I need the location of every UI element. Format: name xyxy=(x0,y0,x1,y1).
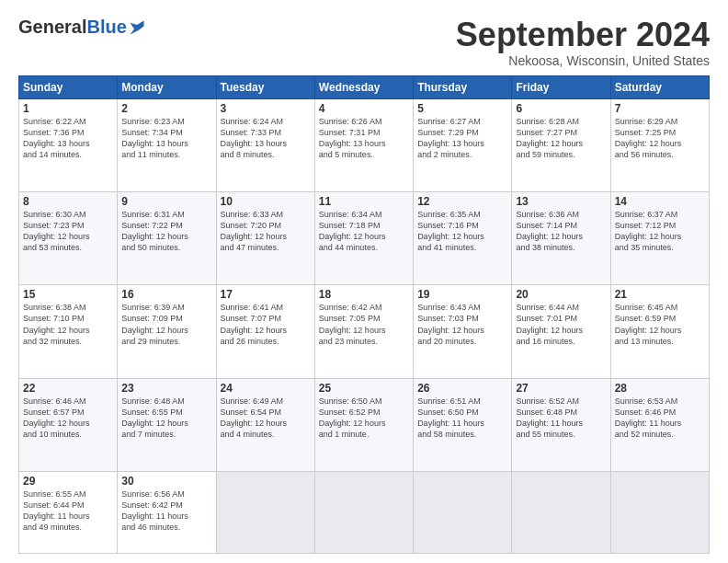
calendar-cell xyxy=(414,471,512,553)
calendar-cell: 11Sunrise: 6:34 AM Sunset: 7:18 PM Dayli… xyxy=(314,191,413,284)
calendar-cell: 1Sunrise: 6:22 AM Sunset: 7:36 PM Daylig… xyxy=(19,98,118,191)
calendar-cell xyxy=(216,471,314,553)
day-info: Sunrise: 6:48 AM Sunset: 6:55 PM Dayligh… xyxy=(121,396,211,441)
day-info: Sunrise: 6:23 AM Sunset: 7:34 PM Dayligh… xyxy=(121,116,211,161)
day-number: 20 xyxy=(516,288,606,301)
day-info: Sunrise: 6:27 AM Sunset: 7:29 PM Dayligh… xyxy=(417,116,507,161)
day-number: 1 xyxy=(23,102,113,115)
logo-general: GeneralBlue xyxy=(18,17,127,38)
day-number: 14 xyxy=(615,195,705,208)
calendar-table: SundayMondayTuesdayWednesdayThursdayFrid… xyxy=(18,75,710,554)
day-number: 23 xyxy=(121,382,211,395)
calendar-cell: 8Sunrise: 6:30 AM Sunset: 7:23 PM Daylig… xyxy=(19,191,118,284)
day-info: Sunrise: 6:55 AM Sunset: 6:44 PM Dayligh… xyxy=(23,488,113,534)
day-info: Sunrise: 6:38 AM Sunset: 7:10 PM Dayligh… xyxy=(23,302,113,347)
calendar-week-row: 22Sunrise: 6:46 AM Sunset: 6:57 PM Dayli… xyxy=(19,378,710,471)
day-info: Sunrise: 6:29 AM Sunset: 7:25 PM Dayligh… xyxy=(615,116,705,161)
col-header-saturday: Saturday xyxy=(610,75,709,98)
calendar-cell: 2Sunrise: 6:23 AM Sunset: 7:34 PM Daylig… xyxy=(118,98,216,191)
day-number: 18 xyxy=(319,288,409,301)
calendar-cell: 5Sunrise: 6:27 AM Sunset: 7:29 PM Daylig… xyxy=(414,98,512,191)
calendar-cell: 14Sunrise: 6:37 AM Sunset: 7:12 PM Dayli… xyxy=(610,191,709,284)
day-info: Sunrise: 6:51 AM Sunset: 6:50 PM Dayligh… xyxy=(417,396,507,441)
day-number: 9 xyxy=(121,195,211,208)
day-number: 16 xyxy=(121,288,211,301)
day-number: 28 xyxy=(615,382,705,395)
calendar-cell: 19Sunrise: 6:43 AM Sunset: 7:03 PM Dayli… xyxy=(414,285,512,378)
day-info: Sunrise: 6:46 AM Sunset: 6:57 PM Dayligh… xyxy=(23,396,113,441)
day-info: Sunrise: 6:31 AM Sunset: 7:22 PM Dayligh… xyxy=(121,209,211,254)
page: GeneralBlue September 2024 Nekoosa, Wisc… xyxy=(0,0,728,563)
day-info: Sunrise: 6:36 AM Sunset: 7:14 PM Dayligh… xyxy=(516,209,606,254)
day-info: Sunrise: 6:33 AM Sunset: 7:20 PM Dayligh… xyxy=(221,209,311,254)
calendar-cell: 12Sunrise: 6:35 AM Sunset: 7:16 PM Dayli… xyxy=(414,191,512,284)
day-number: 24 xyxy=(221,382,311,395)
calendar-cell: 22Sunrise: 6:46 AM Sunset: 6:57 PM Dayli… xyxy=(19,378,118,471)
day-number: 27 xyxy=(516,382,606,395)
calendar-cell: 10Sunrise: 6:33 AM Sunset: 7:20 PM Dayli… xyxy=(216,191,314,284)
day-info: Sunrise: 6:44 AM Sunset: 7:01 PM Dayligh… xyxy=(516,302,606,347)
day-info: Sunrise: 6:26 AM Sunset: 7:31 PM Dayligh… xyxy=(319,116,409,161)
day-number: 12 xyxy=(417,195,507,208)
calendar-cell: 28Sunrise: 6:53 AM Sunset: 6:46 PM Dayli… xyxy=(610,378,709,471)
calendar-cell: 15Sunrise: 6:38 AM Sunset: 7:10 PM Dayli… xyxy=(19,285,118,378)
calendar-cell: 29Sunrise: 6:55 AM Sunset: 6:44 PM Dayli… xyxy=(19,471,118,553)
day-info: Sunrise: 6:39 AM Sunset: 7:09 PM Dayligh… xyxy=(121,302,211,347)
day-info: Sunrise: 6:49 AM Sunset: 6:54 PM Dayligh… xyxy=(221,396,311,441)
col-header-sunday: Sunday xyxy=(19,75,118,98)
header: GeneralBlue September 2024 Nekoosa, Wisc… xyxy=(18,17,710,68)
calendar-week-row: 15Sunrise: 6:38 AM Sunset: 7:10 PM Dayli… xyxy=(19,285,710,378)
day-number: 29 xyxy=(23,475,113,488)
calendar-cell: 9Sunrise: 6:31 AM Sunset: 7:22 PM Daylig… xyxy=(118,191,216,284)
day-number: 4 xyxy=(319,102,409,115)
day-number: 26 xyxy=(417,382,507,395)
calendar-cell: 26Sunrise: 6:51 AM Sunset: 6:50 PM Dayli… xyxy=(414,378,512,471)
day-number: 5 xyxy=(417,102,507,115)
calendar-week-row: 29Sunrise: 6:55 AM Sunset: 6:44 PM Dayli… xyxy=(19,471,710,553)
day-info: Sunrise: 6:37 AM Sunset: 7:12 PM Dayligh… xyxy=(615,209,705,254)
day-info: Sunrise: 6:50 AM Sunset: 6:52 PM Dayligh… xyxy=(319,396,409,441)
day-info: Sunrise: 6:45 AM Sunset: 6:59 PM Dayligh… xyxy=(615,302,705,347)
day-info: Sunrise: 6:53 AM Sunset: 6:46 PM Dayligh… xyxy=(615,396,705,441)
calendar-header-row: SundayMondayTuesdayWednesdayThursdayFrid… xyxy=(19,75,710,98)
col-header-thursday: Thursday xyxy=(414,75,512,98)
calendar-cell: 25Sunrise: 6:50 AM Sunset: 6:52 PM Dayli… xyxy=(314,378,413,471)
day-number: 17 xyxy=(221,288,311,301)
day-info: Sunrise: 6:43 AM Sunset: 7:03 PM Dayligh… xyxy=(417,302,507,347)
calendar-cell: 6Sunrise: 6:28 AM Sunset: 7:27 PM Daylig… xyxy=(512,98,610,191)
calendar-cell: 27Sunrise: 6:52 AM Sunset: 6:48 PM Dayli… xyxy=(512,378,610,471)
day-number: 3 xyxy=(221,102,311,115)
day-info: Sunrise: 6:22 AM Sunset: 7:36 PM Dayligh… xyxy=(23,116,113,161)
calendar-cell: 4Sunrise: 6:26 AM Sunset: 7:31 PM Daylig… xyxy=(314,98,413,191)
calendar-cell: 17Sunrise: 6:41 AM Sunset: 7:07 PM Dayli… xyxy=(216,285,314,378)
calendar-cell: 20Sunrise: 6:44 AM Sunset: 7:01 PM Dayli… xyxy=(512,285,610,378)
col-header-wednesday: Wednesday xyxy=(314,75,413,98)
calendar-cell xyxy=(314,471,413,553)
day-number: 15 xyxy=(23,288,113,301)
calendar-cell: 18Sunrise: 6:42 AM Sunset: 7:05 PM Dayli… xyxy=(314,285,413,378)
calendar-cell: 21Sunrise: 6:45 AM Sunset: 6:59 PM Dayli… xyxy=(610,285,709,378)
calendar-week-row: 8Sunrise: 6:30 AM Sunset: 7:23 PM Daylig… xyxy=(19,191,710,284)
calendar-cell: 23Sunrise: 6:48 AM Sunset: 6:55 PM Dayli… xyxy=(118,378,216,471)
col-header-monday: Monday xyxy=(118,75,216,98)
calendar-cell: 7Sunrise: 6:29 AM Sunset: 7:25 PM Daylig… xyxy=(610,98,709,191)
calendar-cell: 3Sunrise: 6:24 AM Sunset: 7:33 PM Daylig… xyxy=(216,98,314,191)
day-number: 8 xyxy=(23,195,113,208)
title-block: September 2024 Nekoosa, Wisconsin, Unite… xyxy=(456,17,710,68)
day-number: 10 xyxy=(221,195,311,208)
col-header-friday: Friday xyxy=(512,75,610,98)
day-number: 22 xyxy=(23,382,113,395)
day-info: Sunrise: 6:30 AM Sunset: 7:23 PM Dayligh… xyxy=(23,209,113,254)
day-number: 6 xyxy=(516,102,606,115)
day-number: 19 xyxy=(417,288,507,301)
col-header-tuesday: Tuesday xyxy=(216,75,314,98)
logo-bird-icon xyxy=(129,19,145,36)
calendar-cell: 16Sunrise: 6:39 AM Sunset: 7:09 PM Dayli… xyxy=(118,285,216,378)
day-number: 7 xyxy=(615,102,705,115)
day-number: 21 xyxy=(615,288,705,301)
calendar-cell: 13Sunrise: 6:36 AM Sunset: 7:14 PM Dayli… xyxy=(512,191,610,284)
day-info: Sunrise: 6:34 AM Sunset: 7:18 PM Dayligh… xyxy=(319,209,409,254)
calendar-cell: 24Sunrise: 6:49 AM Sunset: 6:54 PM Dayli… xyxy=(216,378,314,471)
day-info: Sunrise: 6:24 AM Sunset: 7:33 PM Dayligh… xyxy=(221,116,311,161)
day-info: Sunrise: 6:28 AM Sunset: 7:27 PM Dayligh… xyxy=(516,116,606,161)
